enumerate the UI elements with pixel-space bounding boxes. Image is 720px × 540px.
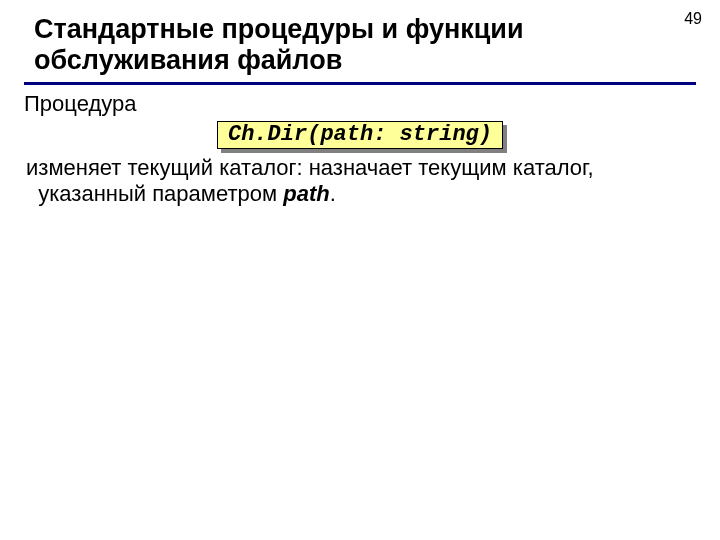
title-line-2: обслуживания файлов <box>34 45 342 75</box>
section-label: Процедура <box>24 91 696 117</box>
page-number: 49 <box>684 10 702 28</box>
desc-line-2-prefix: указанный параметром <box>38 181 283 206</box>
code-box: Ch.Dir(path: string) <box>217 121 503 149</box>
slide-title: Стандартные процедуры и функции обслужив… <box>24 14 696 76</box>
desc-period: . <box>330 181 336 206</box>
title-underline <box>24 82 696 85</box>
code-box-container: Ch.Dir(path: string) <box>24 121 696 149</box>
title-line-1: Стандартные процедуры и функции <box>34 14 524 44</box>
slide: 49 Стандартные процедуры и функции обслу… <box>0 0 720 540</box>
description: изменяет текущий каталог: назначает теку… <box>24 155 696 208</box>
path-param: path <box>283 181 329 206</box>
code-text: Ch.Dir(path: string) <box>217 121 503 149</box>
desc-line-1: изменяет текущий каталог: назначает теку… <box>26 155 594 180</box>
